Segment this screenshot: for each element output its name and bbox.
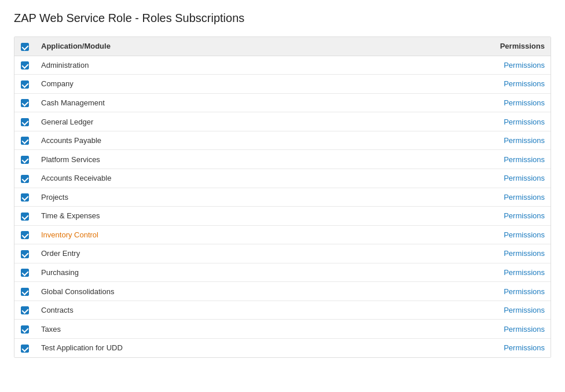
header-permissions-col: Permissions xyxy=(481,37,551,56)
table-row: ContractsPermissions xyxy=(14,301,551,320)
permissions-link[interactable]: Permissions xyxy=(487,325,545,334)
row-permissions-cell: Permissions xyxy=(481,75,551,94)
row-module-name: Contracts xyxy=(35,301,481,320)
table-row: Test Application for UDDPermissions xyxy=(14,339,551,357)
table-row: PurchasingPermissions xyxy=(14,263,551,282)
row-checkbox[interactable] xyxy=(21,99,29,107)
row-checkbox-cell xyxy=(14,93,35,112)
row-permissions-cell: Permissions xyxy=(481,282,551,301)
row-module-name: Inventory Control xyxy=(35,225,481,244)
row-checkbox[interactable] xyxy=(21,156,29,164)
header-module-col: Application/Module xyxy=(35,37,481,56)
row-module-name: Purchasing xyxy=(35,263,481,282)
row-checkbox[interactable] xyxy=(21,306,29,314)
permissions-link[interactable]: Permissions xyxy=(487,268,545,277)
row-permissions-cell: Permissions xyxy=(481,207,551,226)
row-checkbox[interactable] xyxy=(21,175,29,183)
row-module-name: Test Application for UDD xyxy=(35,339,481,357)
row-module-name: Platform Services xyxy=(35,150,481,169)
row-checkbox[interactable] xyxy=(21,213,29,221)
row-permissions-cell: Permissions xyxy=(481,56,551,75)
permissions-link[interactable]: Permissions xyxy=(487,343,545,352)
permissions-link[interactable]: Permissions xyxy=(487,193,545,202)
row-checkbox[interactable] xyxy=(21,137,29,145)
row-checkbox-cell xyxy=(14,150,35,169)
table-row: Order EntryPermissions xyxy=(14,244,551,263)
row-permissions-cell: Permissions xyxy=(481,301,551,320)
row-checkbox-cell xyxy=(14,282,35,301)
row-checkbox-cell xyxy=(14,131,35,150)
row-permissions-cell: Permissions xyxy=(481,93,551,112)
permissions-link[interactable]: Permissions xyxy=(487,230,545,239)
row-checkbox[interactable] xyxy=(21,231,29,239)
page-container: ZAP Web Service Role - Roles Subscriptio… xyxy=(0,0,565,369)
row-permissions-cell: Permissions xyxy=(481,188,551,207)
row-checkbox[interactable] xyxy=(21,325,29,334)
row-permissions-cell: Permissions xyxy=(481,225,551,244)
row-module-name: Time & Expenses xyxy=(35,207,481,226)
row-checkbox-cell xyxy=(14,263,35,282)
table-row: General LedgerPermissions xyxy=(14,112,551,131)
row-module-name: Projects xyxy=(35,188,481,207)
permissions-link[interactable]: Permissions xyxy=(487,249,545,258)
table-row: Global ConsolidationsPermissions xyxy=(14,282,551,301)
table-wrapper: Application/Module Permissions Administr… xyxy=(14,36,551,358)
row-checkbox-cell xyxy=(14,207,35,226)
row-permissions-cell: Permissions xyxy=(481,320,551,339)
table-row: ProjectsPermissions xyxy=(14,188,551,207)
row-permissions-cell: Permissions xyxy=(481,263,551,282)
header-checkbox-col xyxy=(14,37,35,56)
table-row: Platform ServicesPermissions xyxy=(14,150,551,169)
row-checkbox[interactable] xyxy=(21,269,29,277)
row-module-name: Company xyxy=(35,75,481,94)
row-checkbox[interactable] xyxy=(21,288,29,296)
permissions-link[interactable]: Permissions xyxy=(487,118,545,126)
row-module-name: Global Consolidations xyxy=(35,282,481,301)
page-title: ZAP Web Service Role - Roles Subscriptio… xyxy=(14,12,551,25)
row-checkbox-cell xyxy=(14,339,35,357)
row-checkbox[interactable] xyxy=(21,61,29,69)
table-header-row: Application/Module Permissions xyxy=(14,37,551,56)
table-row: Cash ManagementPermissions xyxy=(14,93,551,112)
row-checkbox[interactable] xyxy=(21,80,29,89)
row-checkbox-cell xyxy=(14,56,35,75)
permissions-link[interactable]: Permissions xyxy=(487,155,545,164)
table-row: Inventory ControlPermissions xyxy=(14,225,551,244)
permissions-link[interactable]: Permissions xyxy=(487,211,545,220)
permissions-link[interactable]: Permissions xyxy=(487,136,545,145)
table-row: Accounts ReceivablePermissions xyxy=(14,168,551,188)
row-permissions-cell: Permissions xyxy=(481,112,551,131)
permissions-link[interactable]: Permissions xyxy=(487,287,545,296)
permissions-link[interactable]: Permissions xyxy=(487,98,545,107)
table-row: Time & ExpensesPermissions xyxy=(14,207,551,226)
header-checkbox[interactable] xyxy=(21,43,29,51)
row-permissions-cell: Permissions xyxy=(481,339,551,357)
permissions-link[interactable]: Permissions xyxy=(487,174,545,182)
row-checkbox[interactable] xyxy=(21,345,29,353)
table-row: Accounts PayablePermissions xyxy=(14,131,551,150)
row-checkbox[interactable] xyxy=(21,193,29,202)
row-checkbox[interactable] xyxy=(21,118,29,126)
row-permissions-cell: Permissions xyxy=(481,131,551,150)
row-checkbox-cell xyxy=(14,244,35,263)
permissions-link[interactable]: Permissions xyxy=(487,306,545,314)
roles-table: Application/Module Permissions Administr… xyxy=(14,37,551,357)
row-permissions-cell: Permissions xyxy=(481,150,551,169)
permissions-link[interactable]: Permissions xyxy=(487,61,545,69)
row-module-name: General Ledger xyxy=(35,112,481,131)
table-body: AdministrationPermissionsCompanyPermissi… xyxy=(14,56,551,357)
row-module-name: Taxes xyxy=(35,320,481,339)
row-module-name: Accounts Payable xyxy=(35,131,481,150)
table-row: CompanyPermissions xyxy=(14,75,551,94)
row-permissions-cell: Permissions xyxy=(481,244,551,263)
row-module-name: Accounts Receivable xyxy=(35,168,481,188)
row-module-name: Cash Management xyxy=(35,93,481,112)
row-checkbox-cell xyxy=(14,75,35,94)
row-permissions-cell: Permissions xyxy=(481,168,551,188)
table-row: AdministrationPermissions xyxy=(14,56,551,75)
row-checkbox-cell xyxy=(14,225,35,244)
row-checkbox-cell xyxy=(14,168,35,188)
row-checkbox[interactable] xyxy=(21,250,29,258)
row-checkbox-cell xyxy=(14,320,35,339)
permissions-link[interactable]: Permissions xyxy=(487,79,545,88)
